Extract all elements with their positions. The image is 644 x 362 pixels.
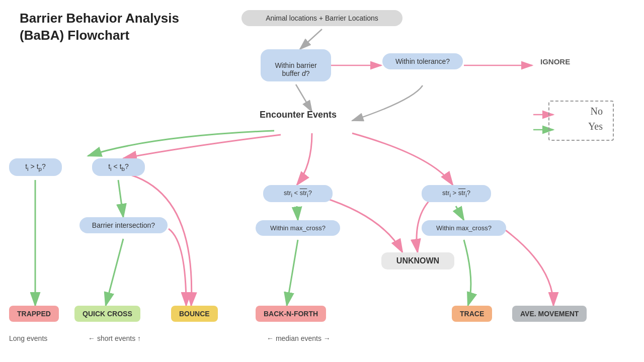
within-max-cross-right-node: Within max_cross? <box>422 220 506 236</box>
ti-tb-node: ti < tb? <box>92 158 145 176</box>
legend-yes-label: Yes <box>588 121 603 132</box>
short-events-label: ← short events ↑ <box>88 334 141 342</box>
str-greater-node: stri > stri? <box>422 185 491 202</box>
legend-box: No Yes <box>548 101 614 141</box>
ignore-node: IGNORE <box>532 53 578 70</box>
trapped-outcome: TRAPPED <box>9 306 59 322</box>
legend-no-label: No <box>591 106 603 117</box>
barrier-intersection-node: Barrier intersection? <box>79 217 168 233</box>
median-events-label: ← median events → <box>267 334 331 342</box>
within-max-cross-left-node: Within max_cross? <box>256 220 340 236</box>
long-events-label: Long events <box>9 334 47 342</box>
ti-tp-node: ti > tp? <box>9 158 62 176</box>
ave-movement-outcome: AVE. MOVEMENT <box>512 306 587 322</box>
page-title: Barrier Behavior Analysis (BaBA) Flowcha… <box>20 10 179 44</box>
within-buffer-node: Within barrierbuffer d? <box>261 49 331 81</box>
back-n-forth-outcome: BACK-N-FORTH <box>256 306 326 322</box>
unknown-node: UNKNOWN <box>381 252 454 269</box>
encounter-events-node: Encounter Events <box>260 110 337 120</box>
within-tolerance-node: Within tolerance? <box>382 53 463 69</box>
animal-locations-node: Animal locations + Barrier Locations <box>242 10 403 26</box>
bounce-outcome: BOUNCE <box>171 306 218 322</box>
str-less-node: stri < stri? <box>263 185 333 202</box>
quick-cross-outcome: QUICK CROSS <box>74 306 140 322</box>
trace-outcome: TRACE <box>452 306 492 322</box>
